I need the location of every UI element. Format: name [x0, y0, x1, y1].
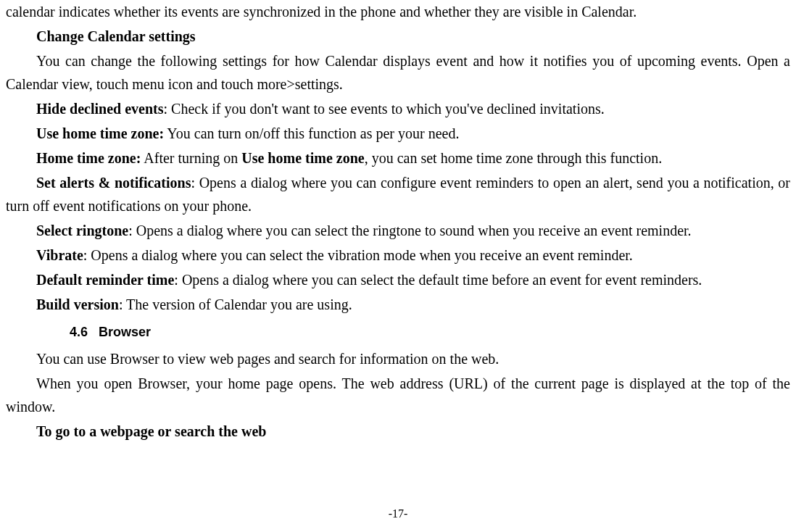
bold-text: Change Calendar settings [36, 28, 196, 44]
page-number: -17- [0, 504, 796, 523]
paragraph-home-tz: Home time zone: After turning on Use hom… [6, 146, 790, 170]
paragraph-calendar-sync: calendar indicates whether its events ar… [6, 0, 790, 23]
text: : The version of Calendar you are using. [119, 296, 352, 312]
text: : Opens a dialog where you can select th… [83, 247, 633, 263]
text: calendar indicates whether its events ar… [6, 4, 637, 20]
paragraph-set-alerts: Set alerts & notifications: Opens a dial… [6, 171, 790, 217]
document-content: calendar indicates whether its events ar… [6, 0, 790, 443]
bold-text: Select ringtone [36, 223, 128, 238]
bold-text: To go to a webpage or search the web [36, 423, 266, 439]
paragraph-vibrate: Vibrate: Opens a dialog where you can se… [6, 244, 790, 267]
section-title: Browser [99, 325, 151, 339]
paragraph-default-reminder: Default reminder time: Opens a dialog wh… [6, 268, 790, 291]
text: , you can set home time zone through thi… [365, 150, 662, 166]
bold-text: Set alerts & notifications [36, 175, 191, 191]
text: : Check if you don't want to see events … [164, 101, 605, 117]
paragraph-use-home-tz: Use home time zone: You can turn on/off … [6, 122, 790, 145]
text: When you open Browser, your home page op… [6, 375, 790, 415]
paragraph-browser-intro: You can use Browser to view web pages an… [6, 347, 790, 370]
text: You can turn on/off this function as per… [164, 125, 459, 141]
section-heading-browser: 4.6 Browser [70, 322, 790, 343]
paragraph-change-settings-desc: You can change the following settings fo… [6, 49, 790, 96]
text: : Opens a dialog where you can select th… [174, 272, 702, 288]
bold-text: Build version [36, 296, 119, 312]
paragraph-build-version: Build version: The version of Calendar y… [6, 293, 790, 316]
text: You can change the following settings fo… [6, 53, 790, 92]
text: After turning on [141, 150, 241, 166]
paragraph-hide-declined: Hide declined events: Check if you don't… [6, 97, 790, 120]
bold-text: Vibrate [36, 247, 83, 263]
text: : Opens a dialog where you can select th… [128, 223, 691, 238]
bold-text: Hide declined events [36, 101, 164, 117]
footer-text: -17- [389, 507, 408, 520]
text: You can use Browser to view web pages an… [36, 351, 499, 367]
bold-text: Default reminder time [36, 272, 174, 288]
paragraph-select-ringtone: Select ringtone: Opens a dialog where yo… [6, 219, 790, 242]
bold-text: Use home time zone [241, 150, 364, 166]
section-number: 4.6 [70, 325, 88, 339]
bold-text: Use home time zone: [36, 125, 164, 141]
heading-goto-webpage: To go to a webpage or search the web [6, 420, 790, 443]
paragraph-browser-homepage: When you open Browser, your home page op… [6, 372, 790, 418]
bold-text: Home time zone: [36, 150, 141, 166]
heading-change-calendar-settings: Change Calendar settings [6, 25, 790, 48]
